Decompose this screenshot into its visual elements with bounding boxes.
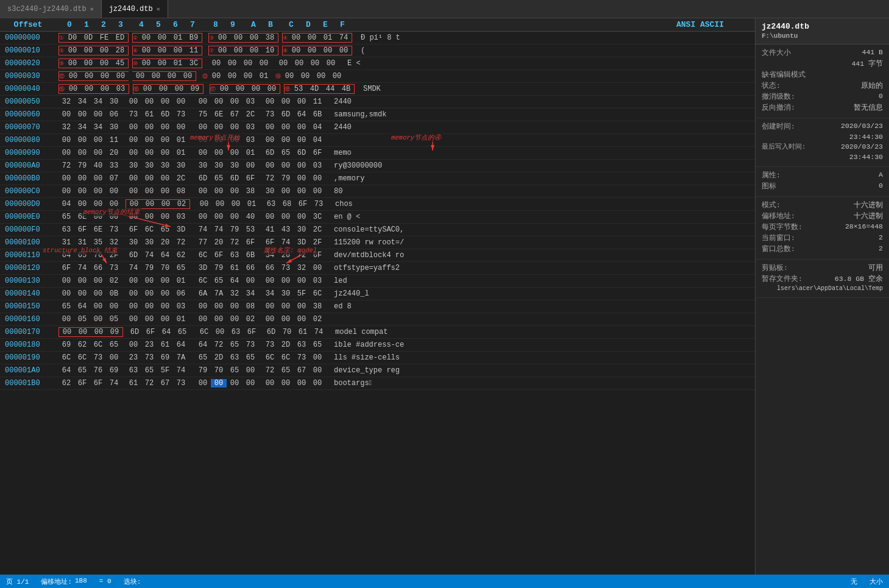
hex-cell[interactable]: 72 <box>141 379 157 388</box>
hex-cell[interactable]: 08 <box>243 302 258 311</box>
hex-cell[interactable]: 00 <box>157 97 173 106</box>
hex-cell[interactable]: 00 <box>329 72 345 80</box>
hex-cell[interactable]: 61 <box>157 341 173 349</box>
hex-cell[interactable]: 00 <box>310 353 325 362</box>
hex-cell[interactable]: 30 <box>173 161 189 170</box>
hex-cell[interactable]: 34 <box>74 97 90 106</box>
hex-cell[interactable]: 69 <box>106 366 122 375</box>
hex-cell[interactable]: 4B <box>338 85 354 93</box>
hex-cell[interactable]: 00 <box>75 328 91 336</box>
hex-cell[interactable]: 6D <box>262 149 278 157</box>
hex-cell[interactable]: 00 <box>246 34 262 42</box>
hex-cell[interactable]: 00 <box>90 315 106 324</box>
hex-cell[interactable]: 74 <box>311 328 327 336</box>
hex-cell[interactable]: 00 <box>227 315 243 324</box>
hex-cell[interactable]: 00 <box>278 136 294 144</box>
hex-cell[interactable]: 6C <box>141 225 157 234</box>
hex-cell[interactable]: 00 <box>141 289 157 298</box>
hex-cell[interactable]: 30 <box>227 161 243 170</box>
hex-cell[interactable]: 00 <box>243 161 258 170</box>
hex-cell[interactable]: 63 <box>263 200 279 208</box>
hex-cell[interactable]: 34 <box>90 97 106 106</box>
hex-cell[interactable]: 00 <box>138 34 154 42</box>
hex-cell[interactable]: 6D <box>278 110 294 119</box>
hex-cell[interactable]: 6A <box>195 289 211 298</box>
hex-cell[interactable]: 6F <box>295 200 311 208</box>
hex-cell[interactable]: 6E <box>74 213 90 221</box>
hex-cell[interactable]: 00 <box>246 46 262 55</box>
hex-cell[interactable]: 00 <box>227 379 243 388</box>
hex-cell[interactable]: 07 <box>106 174 122 183</box>
hex-cell[interactable]: 00 <box>232 85 248 93</box>
table-row[interactable]: 000000A072794033303030303030300000000003… <box>0 160 755 172</box>
hex-cell[interactable]: 64 <box>58 251 74 260</box>
hex-cell[interactable]: 00 <box>243 277 258 285</box>
hex-cell[interactable]: 6F <box>90 379 106 388</box>
hex-cell[interactable]: 00 <box>320 46 336 55</box>
hex-cell[interactable]: 00 <box>141 302 157 311</box>
hex-cell[interactable]: 00 <box>90 110 106 119</box>
hex-cell[interactable]: 00 <box>74 149 90 157</box>
hex-cell[interactable]: 73 <box>173 110 189 119</box>
hex-cell[interactable]: 6F <box>58 264 74 272</box>
hex-cell[interactable]: 64 <box>74 302 90 311</box>
hex-cell[interactable]: 3C <box>310 213 325 221</box>
hex-cell[interactable]: 63 <box>58 225 74 234</box>
table-row[interactable]: 0000008000000011000000010000000300000004 <box>0 134 755 147</box>
hex-cell[interactable]: 65 <box>58 213 74 221</box>
hex-cell[interactable]: 00 <box>58 289 74 298</box>
hex-cell[interactable]: 00 <box>90 200 106 208</box>
hex-cell[interactable]: 00 <box>90 136 106 144</box>
hex-cell[interactable]: 40 <box>90 161 106 170</box>
hex-cell[interactable]: 6E <box>90 225 106 234</box>
hex-cell[interactable]: 00 <box>211 149 227 157</box>
hex-cell[interactable]: 00 <box>171 85 187 93</box>
hex-cell[interactable]: 6F <box>126 225 141 234</box>
hex-cell[interactable]: 31 <box>74 238 90 247</box>
hex-cell[interactable]: 64 <box>294 110 310 119</box>
hex-cell[interactable]: 7A <box>173 353 189 362</box>
hex-cell[interactable]: 64 <box>157 251 173 260</box>
hex-cell[interactable]: 2F <box>106 251 122 260</box>
hex-cell[interactable]: 00 <box>243 366 258 375</box>
hex-cell[interactable]: 65 <box>174 328 190 336</box>
hex-cell[interactable]: D0 <box>65 34 80 42</box>
hex-cell[interactable]: 0D <box>80 34 96 42</box>
hex-cell[interactable]: 23 <box>126 353 141 362</box>
hex-cell[interactable]: 00 <box>142 200 158 208</box>
hex-cell[interactable]: 79 <box>227 225 243 234</box>
hex-cell[interactable]: 00 <box>59 328 75 336</box>
hex-cell[interactable]: 00 <box>96 46 112 55</box>
hex-cell[interactable]: 34 <box>262 251 278 260</box>
hex-cell[interactable]: 00 <box>214 34 230 42</box>
hex-cell[interactable]: 2D <box>211 353 227 362</box>
hex-cell[interactable]: 00 <box>307 59 323 68</box>
hex-cell[interactable]: 00 <box>195 315 211 324</box>
hex-cell[interactable]: 32 <box>106 238 122 247</box>
hex-cell[interactable]: 00 <box>126 174 141 183</box>
hex-cell[interactable]: 34 <box>74 123 90 132</box>
hex-cell[interactable]: 3C <box>186 59 202 68</box>
hex-cell[interactable]: 02 <box>310 315 325 324</box>
hex-cell[interactable]: 00 <box>227 213 243 221</box>
hex-content[interactable]: 00000000①D00DFEED②000001B9③00000038④0000… <box>0 32 755 575</box>
hex-cell[interactable]: 73 <box>141 353 157 362</box>
hex-cell[interactable]: 00 <box>310 187 325 196</box>
table-row[interactable]: 0000016000050005000000010000000200000002 <box>0 313 755 326</box>
hex-cell[interactable]: 01 <box>244 200 260 208</box>
hex-cell[interactable]: 6C <box>195 277 211 285</box>
hex-cell[interactable]: 00 <box>58 149 74 157</box>
hex-cell[interactable]: 45 <box>112 59 128 68</box>
hex-cell[interactable]: 00 <box>195 187 211 196</box>
hex-cell[interactable]: 74 <box>106 379 122 388</box>
hex-cell[interactable]: 75 <box>195 110 211 119</box>
hex-cell[interactable]: 00 <box>157 213 173 221</box>
hex-cell[interactable]: 00 <box>288 46 304 55</box>
hex-cell[interactable]: 00 <box>58 136 74 144</box>
hex-cell[interactable]: 00 <box>74 277 90 285</box>
hex-cell[interactable]: 00 <box>297 72 313 80</box>
hex-cell[interactable]: 44 <box>322 85 338 93</box>
hex-cell[interactable]: 00 <box>126 341 141 349</box>
hex-cell[interactable]: 69 <box>58 341 74 349</box>
hex-cell[interactable]: 31 <box>58 238 74 247</box>
